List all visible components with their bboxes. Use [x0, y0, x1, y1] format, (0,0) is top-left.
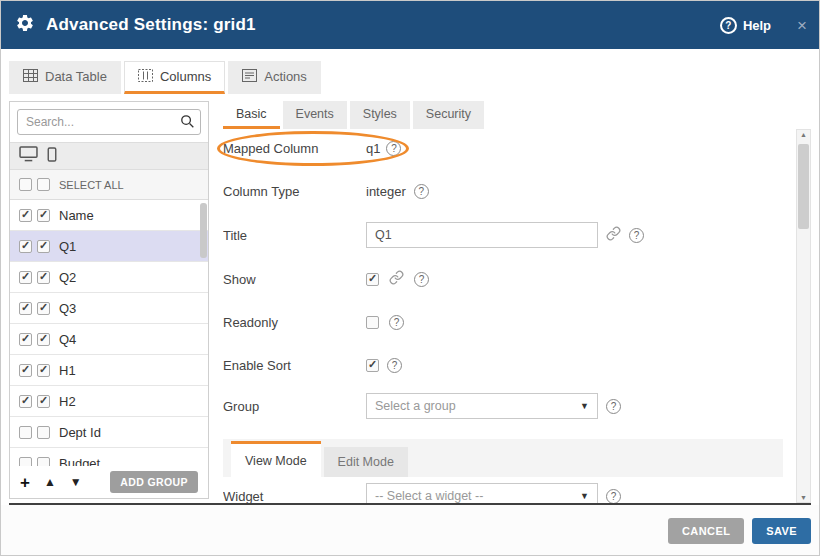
desktop-visibility-checkbox[interactable] [19, 395, 32, 408]
mobile-visibility-checkbox[interactable] [37, 302, 50, 315]
list-toolbar: + ▲ ▼ ADD GROUP [10, 466, 208, 498]
desktop-visibility-checkbox[interactable] [19, 364, 32, 377]
tab-label: Data Table [45, 69, 107, 84]
tab-edit-mode[interactable]: Edit Mode [324, 447, 408, 477]
column-list-item[interactable]: Budget [10, 448, 208, 466]
show-row: Show ? [223, 266, 783, 292]
mobile-visibility-checkbox[interactable] [37, 240, 50, 253]
group-help-icon[interactable]: ? [606, 399, 621, 414]
move-up-button[interactable]: ▲ [44, 476, 56, 488]
enable-sort-checkbox[interactable] [366, 359, 379, 372]
cancel-button[interactable]: CANCEL [668, 518, 744, 544]
column-list-item[interactable]: Dept Id [10, 417, 208, 448]
mobile-visibility-checkbox[interactable] [37, 271, 50, 284]
mobile-icon[interactable] [47, 147, 57, 166]
column-type-value: integer [366, 184, 406, 199]
close-icon[interactable]: × [797, 17, 807, 34]
chevron-down-icon: ▼ [580, 491, 589, 501]
add-group-button[interactable]: ADD GROUP [110, 471, 198, 493]
save-button[interactable]: SAVE [752, 518, 811, 544]
column-row-label: Q3 [59, 301, 76, 316]
select-all-desktop-checkbox[interactable] [19, 178, 32, 191]
form-scrollbar-thumb[interactable] [798, 144, 809, 229]
tab-styles[interactable]: Styles [350, 101, 410, 129]
title-row: Title ? [223, 222, 783, 248]
desktop-visibility-checkbox[interactable] [19, 457, 32, 467]
group-dropdown-value: Select a group [375, 399, 456, 413]
widget-label: Widget [223, 489, 366, 504]
title-link-icon[interactable] [606, 226, 621, 245]
tab-events[interactable]: Events [283, 101, 347, 129]
scroll-up-icon[interactable]: ▲ [797, 131, 810, 138]
column-list-item[interactable]: Q4 [10, 324, 208, 355]
mobile-visibility-checkbox[interactable] [37, 426, 50, 439]
main-tabs: Data Table Columns Actions [9, 61, 321, 94]
show-link-icon[interactable] [389, 270, 404, 289]
column-type-help-icon[interactable]: ? [414, 184, 429, 199]
readonly-row: Readonly ? [223, 309, 783, 335]
tab-basic[interactable]: Basic [223, 101, 280, 129]
mobile-visibility-checkbox[interactable] [37, 395, 50, 408]
help-icon: ? [720, 17, 737, 34]
tab-security[interactable]: Security [413, 101, 484, 129]
column-list-item[interactable]: Q3 [10, 293, 208, 324]
desktop-visibility-checkbox[interactable] [19, 209, 32, 222]
column-list-item[interactable]: H2 [10, 386, 208, 417]
desktop-visibility-checkbox[interactable] [19, 333, 32, 346]
list-scrollbar-thumb[interactable] [200, 203, 207, 258]
add-column-button[interactable]: + [20, 474, 30, 491]
desktop-visibility-checkbox[interactable] [19, 302, 32, 315]
dialog-footer: CANCEL SAVE [1, 505, 820, 556]
widget-help-icon[interactable]: ? [606, 489, 621, 504]
move-down-button[interactable]: ▼ [70, 476, 82, 488]
mobile-visibility-checkbox[interactable] [37, 209, 50, 222]
mapped-column-help-icon[interactable]: ? [386, 141, 401, 156]
tab-label: Actions [264, 69, 307, 84]
mobile-visibility-checkbox[interactable] [37, 457, 50, 467]
tab-label: Columns [160, 69, 211, 84]
mapped-column-value: q1 [366, 141, 380, 156]
readonly-help-icon[interactable]: ? [389, 315, 404, 330]
group-dropdown[interactable]: Select a group ▼ [366, 393, 598, 419]
readonly-checkbox[interactable] [366, 316, 379, 329]
dialog-header: Advanced Settings: grid1 ? Help × [1, 1, 820, 49]
mode-tabs-strip: View Mode Edit Mode [223, 439, 783, 477]
column-row-label: H1 [59, 363, 76, 378]
enable-sort-label: Enable Sort [223, 358, 366, 373]
columns-icon [138, 69, 153, 85]
scroll-down-icon[interactable]: ▼ [797, 494, 810, 501]
tab-view-mode[interactable]: View Mode [231, 441, 321, 477]
column-detail-tabs: Basic Events Styles Security [223, 101, 484, 129]
column-row-label: Q1 [59, 239, 76, 254]
title-input[interactable] [366, 222, 598, 248]
data-table-icon [23, 69, 38, 85]
select-all-label: SELECT ALL [59, 179, 124, 191]
column-type-label: Column Type [223, 184, 366, 199]
column-list-item[interactable]: Q1 [10, 231, 208, 262]
column-list-item[interactable]: Q2 [10, 262, 208, 293]
column-list-item[interactable]: H1 [10, 355, 208, 386]
search-input[interactable] [17, 109, 201, 135]
show-checkbox[interactable] [366, 273, 379, 286]
tab-actions[interactable]: Actions [228, 61, 321, 94]
select-all-mobile-checkbox[interactable] [37, 178, 50, 191]
desktop-visibility-checkbox[interactable] [19, 426, 32, 439]
help-button[interactable]: ? Help [720, 17, 771, 34]
column-list: Name Q1 Q2 Q3 Q4 H1 H2 Dept Id Budget [10, 200, 208, 466]
desktop-visibility-checkbox[interactable] [19, 240, 32, 253]
tab-data-table[interactable]: Data Table [9, 61, 121, 94]
select-all-row[interactable]: SELECT ALL [10, 170, 208, 200]
search-icon[interactable] [180, 114, 195, 133]
desktop-visibility-checkbox[interactable] [19, 271, 32, 284]
desktop-icon[interactable] [19, 146, 38, 166]
tab-columns[interactable]: Columns [124, 61, 225, 94]
mobile-visibility-checkbox[interactable] [37, 364, 50, 377]
column-settings-form: Mapped Column q1 ? Column Type integer ?… [223, 131, 783, 506]
title-help-icon[interactable]: ? [629, 228, 644, 243]
form-scrollbar[interactable]: ▲ ▼ [796, 129, 811, 503]
column-list-item[interactable]: Name [10, 200, 208, 231]
enable-sort-help-icon[interactable]: ? [387, 358, 402, 373]
show-help-icon[interactable]: ? [414, 272, 429, 287]
enable-sort-row: Enable Sort ? [223, 352, 783, 378]
mobile-visibility-checkbox[interactable] [37, 333, 50, 346]
